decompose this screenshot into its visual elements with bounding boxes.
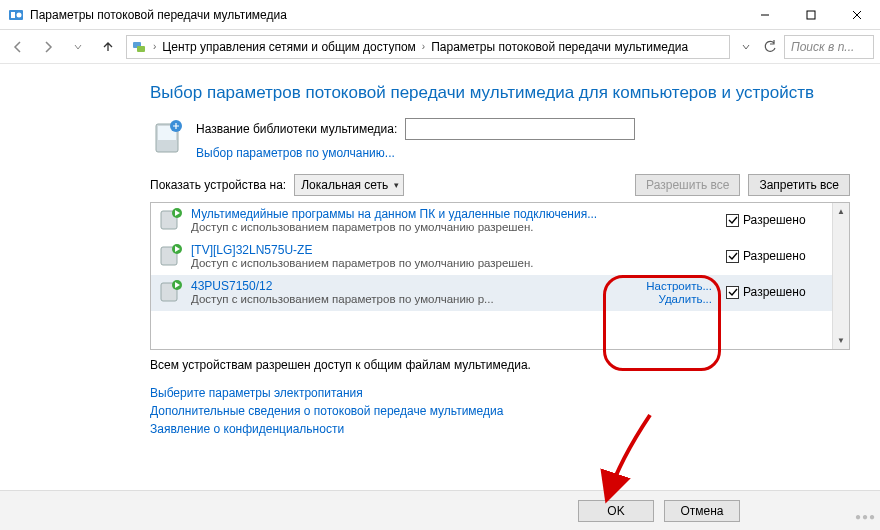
allow-label: Разрешено: [743, 249, 806, 263]
network-icon: [131, 39, 147, 55]
nav-bar: › Центр управления сетями и общим доступ…: [0, 30, 880, 64]
search-input[interactable]: Поиск в п...: [784, 35, 874, 59]
close-button[interactable]: [834, 0, 880, 30]
device-row[interactable]: 43PUS7150/12 Доступ с использованием пар…: [151, 275, 832, 311]
svg-rect-8: [137, 46, 145, 52]
breadcrumb-item[interactable]: Центр управления сетями и общим доступом: [162, 40, 416, 54]
device-list: Мультимедийные программы на данном ПК и …: [150, 202, 850, 350]
defaults-link[interactable]: Выбор параметров по умолчанию...: [196, 146, 635, 160]
back-button[interactable]: [6, 35, 30, 59]
remove-link[interactable]: Удалить...: [659, 293, 713, 305]
block-all-button[interactable]: Запретить все: [748, 174, 850, 196]
app-icon: [8, 7, 24, 23]
maximize-button[interactable]: [788, 0, 834, 30]
minimize-button[interactable]: [742, 0, 788, 30]
up-button[interactable]: [96, 35, 120, 59]
link-list: Выберите параметры электропитания Дополн…: [150, 386, 850, 436]
title-bar: Параметры потоковой передачи мультимедиа: [0, 0, 880, 30]
refresh-icon[interactable]: [760, 37, 780, 57]
main-content: Выбор параметров потоковой передачи муль…: [0, 64, 880, 436]
show-devices-label: Показать устройства на:: [150, 178, 286, 192]
chevron-right-icon: ›: [153, 41, 156, 52]
device-title: Мультимедийные программы на данном ПК и …: [191, 207, 718, 221]
device-subtitle: Доступ с использованием параметров по ум…: [191, 221, 718, 233]
device-icon: [159, 279, 183, 305]
ok-button[interactable]: OK: [578, 500, 654, 522]
resize-grip-icon: ●●●: [855, 511, 876, 522]
device-subtitle: Доступ с использованием параметров по ум…: [191, 293, 638, 305]
scroll-up-icon[interactable]: ▲: [833, 203, 849, 220]
breadcrumb[interactable]: › Центр управления сетями и общим доступ…: [126, 35, 730, 59]
window-buttons: [742, 0, 880, 30]
library-icon: [150, 118, 186, 158]
device-subtitle: Доступ с использованием параметров по ум…: [191, 257, 718, 269]
device-row[interactable]: [TV][LG]32LN575U-ZE Доступ с использован…: [151, 239, 832, 275]
svg-point-2: [17, 12, 22, 17]
device-icon: [159, 207, 183, 233]
chevron-down-icon: ▾: [394, 180, 399, 190]
svg-rect-4: [807, 11, 815, 19]
configure-link[interactable]: Настроить...: [646, 280, 712, 292]
library-section: Название библиотеки мультимедиа: Выбор п…: [150, 118, 850, 160]
chevron-right-icon: ›: [422, 41, 425, 52]
window-title: Параметры потоковой передачи мультимедиа: [30, 8, 742, 22]
scroll-down-icon[interactable]: ▼: [833, 332, 849, 349]
forward-button[interactable]: [36, 35, 60, 59]
library-name-input[interactable]: [405, 118, 635, 140]
more-info-link[interactable]: Дополнительные сведения о потоковой пере…: [150, 404, 850, 418]
status-text: Всем устройствам разрешен доступ к общим…: [150, 358, 850, 372]
device-row[interactable]: Мультимедийные программы на данном ПК и …: [151, 203, 832, 239]
power-link[interactable]: Выберите параметры электропитания: [150, 386, 850, 400]
cancel-button[interactable]: Отмена: [664, 500, 740, 522]
privacy-link[interactable]: Заявление о конфиденциальности: [150, 422, 850, 436]
page-title: Выбор параметров потоковой передачи муль…: [150, 82, 850, 104]
allow-all-button[interactable]: Разрешить все: [635, 174, 740, 196]
network-combo[interactable]: Локальная сеть ▾: [294, 174, 404, 196]
library-label: Название библиотеки мультимедиа:: [196, 122, 397, 136]
allow-checkbox[interactable]: [726, 214, 739, 227]
allow-checkbox[interactable]: [726, 250, 739, 263]
allow-label: Разрешено: [743, 285, 806, 299]
dropdown-history-icon[interactable]: [736, 37, 756, 57]
svg-rect-1: [11, 12, 15, 18]
allow-checkbox[interactable]: [726, 286, 739, 299]
device-icon: [159, 243, 183, 269]
show-devices-row: Показать устройства на: Локальная сеть ▾…: [150, 174, 850, 196]
footer-bar: OK Отмена: [0, 490, 880, 530]
breadcrumb-item[interactable]: Параметры потоковой передачи мультимедиа: [431, 40, 688, 54]
device-title: [TV][LG]32LN575U-ZE: [191, 243, 718, 257]
scrollbar[interactable]: ▲ ▼: [832, 203, 849, 349]
recent-button[interactable]: [66, 35, 90, 59]
device-title: 43PUS7150/12: [191, 279, 638, 293]
allow-label: Разрешено: [743, 213, 806, 227]
